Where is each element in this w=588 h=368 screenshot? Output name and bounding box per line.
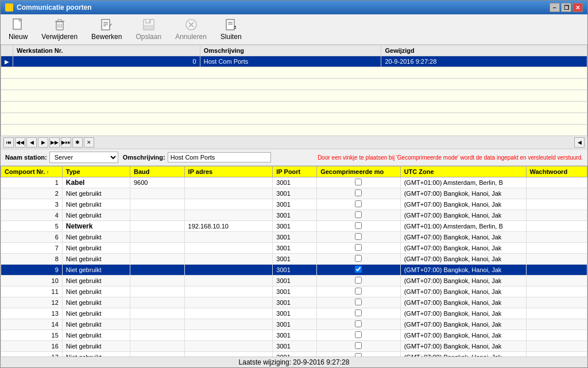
restore-button[interactable]: ❐ bbox=[561, 3, 571, 12]
gecomp-checkbox[interactable] bbox=[355, 331, 362, 338]
nav-next-button[interactable]: ▶ bbox=[38, 137, 48, 148]
cell-nr: 9 bbox=[1, 265, 63, 276]
cell-ip bbox=[184, 341, 273, 352]
nav-scroll-left[interactable]: ◀ bbox=[574, 137, 585, 148]
cell-type: Niet gebruikt bbox=[62, 210, 130, 221]
cell-gecomp[interactable] bbox=[317, 341, 401, 352]
edit-button[interactable]: Bewerken bbox=[88, 17, 125, 42]
nav-delete-button[interactable]: ✕ bbox=[84, 137, 94, 148]
table-row[interactable]: 11 Niet gebruikt 3001 (GMT+07:00) Bangko… bbox=[1, 286, 587, 297]
gecomp-checkbox[interactable] bbox=[355, 320, 362, 327]
cell-gecomp[interactable] bbox=[317, 254, 401, 265]
cell-ip bbox=[184, 352, 273, 357]
omschrijving-input[interactable] bbox=[168, 152, 271, 162]
col-ip-adres[interactable]: IP adres bbox=[184, 166, 273, 177]
cell-poort: 3001 bbox=[273, 210, 317, 221]
nav-prev-prev-button[interactable]: ◀◀ bbox=[15, 137, 25, 148]
cell-gecomp[interactable] bbox=[317, 210, 401, 221]
table-row[interactable]: 14 Niet gebruikt 3001 (GMT+07:00) Bangko… bbox=[1, 319, 587, 330]
col-compoort-nr[interactable]: Compoort Nr. bbox=[1, 166, 63, 177]
cell-ip bbox=[184, 308, 273, 319]
col-type[interactable]: Type bbox=[62, 166, 130, 177]
cell-gecomp[interactable] bbox=[317, 352, 401, 357]
cell-omschrijving: Host Com Ports bbox=[200, 56, 381, 67]
table-row[interactable]: 3 Niet gebruikt 3001 (GMT+07:00) Bangkok… bbox=[1, 199, 587, 210]
gecomp-checkbox[interactable] bbox=[355, 353, 362, 357]
cell-wachtwoord bbox=[526, 341, 587, 352]
table-row[interactable]: 2 Niet gebruikt 3001 (GMT+07:00) Bangkok… bbox=[1, 188, 587, 199]
cancel-icon bbox=[184, 18, 198, 32]
cell-gecomp[interactable] bbox=[317, 319, 401, 330]
table-row[interactable]: 9 Niet gebruikt 3001 (GMT+07:00) Bangkok… bbox=[1, 265, 587, 276]
naam-station-select[interactable]: Server bbox=[49, 152, 118, 163]
cell-gecomp[interactable] bbox=[317, 286, 401, 297]
col-utc[interactable]: UTC Zone bbox=[400, 166, 526, 177]
save-button[interactable]: Opslaan bbox=[132, 17, 165, 42]
table-row[interactable]: 5 Netwerk 192.168.10.10 3001 (GMT+01:00)… bbox=[1, 221, 587, 232]
table-row[interactable]: 13 Niet gebruikt 3001 (GMT+07:00) Bangko… bbox=[1, 308, 587, 319]
cell-nr: 13 bbox=[1, 308, 63, 319]
nav-first-button[interactable]: ⏮ bbox=[3, 137, 14, 148]
col-baud[interactable]: Baud bbox=[130, 166, 185, 177]
cancel-button[interactable]: Annuleren bbox=[172, 17, 210, 42]
delete-button[interactable]: Verwijderen bbox=[38, 17, 81, 42]
gecomp-checkbox[interactable] bbox=[355, 233, 362, 240]
table-row[interactable]: 17 Niet gebruikt 3001 (GMT+07:00) Bangko… bbox=[1, 352, 587, 357]
cell-type: Niet gebruikt bbox=[62, 199, 130, 210]
nav-new-button[interactable]: ✱ bbox=[72, 137, 83, 148]
gecomp-checkbox[interactable] bbox=[355, 179, 362, 185]
empty-row bbox=[1, 125, 587, 136]
nav-next-next-button[interactable]: ▶▶ bbox=[49, 137, 60, 148]
cell-poort: 3001 bbox=[273, 330, 317, 341]
cell-nr: 12 bbox=[1, 297, 63, 308]
cell-gecomp[interactable] bbox=[317, 330, 401, 341]
gecomp-checkbox[interactable] bbox=[355, 189, 362, 196]
gecomp-checkbox[interactable] bbox=[355, 299, 362, 305]
cell-gecomp[interactable] bbox=[317, 199, 401, 210]
table-row[interactable]: 7 Niet gebruikt 3001 (GMT+07:00) Bangkok… bbox=[1, 243, 587, 254]
gecomp-checkbox[interactable] bbox=[355, 200, 362, 207]
gecomp-checkbox[interactable] bbox=[355, 244, 362, 251]
table-row[interactable]: 8 Niet gebruikt 3001 (GMT+07:00) Bangkok… bbox=[1, 254, 587, 265]
main-grid-wrapper[interactable]: Compoort Nr. Type Baud IP adres IP Poort… bbox=[1, 166, 587, 357]
cell-gecomp[interactable] bbox=[317, 232, 401, 243]
cell-gecomp[interactable] bbox=[317, 243, 401, 254]
cell-gecomp[interactable] bbox=[317, 265, 401, 276]
table-row[interactable]: 15 Niet gebruikt 3001 (GMT+07:00) Bangko… bbox=[1, 330, 587, 341]
cell-utc: (GMT+07:00) Bangkok, Hanoi, Jak bbox=[400, 330, 526, 341]
gecomp-checkbox[interactable] bbox=[355, 309, 362, 316]
table-row[interactable]: 12 Niet gebruikt 3001 (GMT+07:00) Bangko… bbox=[1, 297, 587, 308]
gecomp-checkbox[interactable] bbox=[355, 222, 362, 229]
nav-prev-button[interactable]: ◀ bbox=[26, 137, 37, 148]
gecomp-checkbox[interactable] bbox=[355, 277, 362, 284]
cell-gecomp[interactable] bbox=[317, 177, 401, 188]
cell-type: Niet gebruikt bbox=[62, 352, 130, 357]
minimize-button[interactable]: − bbox=[550, 3, 560, 12]
gecomp-checkbox[interactable] bbox=[355, 288, 362, 295]
table-row[interactable]: 1 Kabel 9600 3001 (GMT+01:00) Amsterdam,… bbox=[1, 177, 587, 188]
cell-gecomp[interactable] bbox=[317, 276, 401, 286]
gecomp-checkbox[interactable] bbox=[355, 255, 362, 262]
new-button[interactable]: Nieuw bbox=[5, 17, 31, 42]
title-bar: Communicatie poorten − ❐ ✕ bbox=[1, 1, 587, 14]
table-row[interactable]: 10 Niet gebruikt 3001 (GMT+07:00) Bangko… bbox=[1, 276, 587, 286]
close-button[interactable]: Sluiten bbox=[217, 17, 245, 42]
nav-last-button[interactable]: ▶⏭ bbox=[61, 137, 71, 148]
table-row[interactable]: 4 Niet gebruikt 3001 (GMT+07:00) Bangkok… bbox=[1, 210, 587, 221]
gecomp-checkbox[interactable] bbox=[355, 342, 362, 349]
gecomp-checkbox[interactable] bbox=[355, 211, 362, 218]
cell-wachtwoord bbox=[526, 297, 587, 308]
gecomp-checkbox[interactable] bbox=[355, 266, 362, 273]
close-window-button[interactable]: ✕ bbox=[572, 3, 583, 12]
table-row[interactable]: 16 Niet gebruikt 3001 (GMT+07:00) Bangko… bbox=[1, 341, 587, 352]
col-ip-poort[interactable]: IP Poort bbox=[273, 166, 317, 177]
cell-gecomp[interactable] bbox=[317, 221, 401, 232]
col-wachtwoord[interactable]: Wachtwoord bbox=[526, 166, 587, 177]
table-row[interactable]: 6 Niet gebruikt 3001 (GMT+07:00) Bangkok… bbox=[1, 232, 587, 243]
omschrijving-label: Omschrijving: bbox=[123, 154, 165, 161]
table-row[interactable]: ▶ 0 Host Com Ports 20-9-2016 9:27:28 bbox=[1, 56, 587, 67]
cell-gecomp[interactable] bbox=[317, 297, 401, 308]
cell-gecomp[interactable] bbox=[317, 308, 401, 319]
cell-gecomp[interactable] bbox=[317, 188, 401, 199]
col-gecomp[interactable]: Gecomprimeerde mo bbox=[317, 166, 401, 177]
